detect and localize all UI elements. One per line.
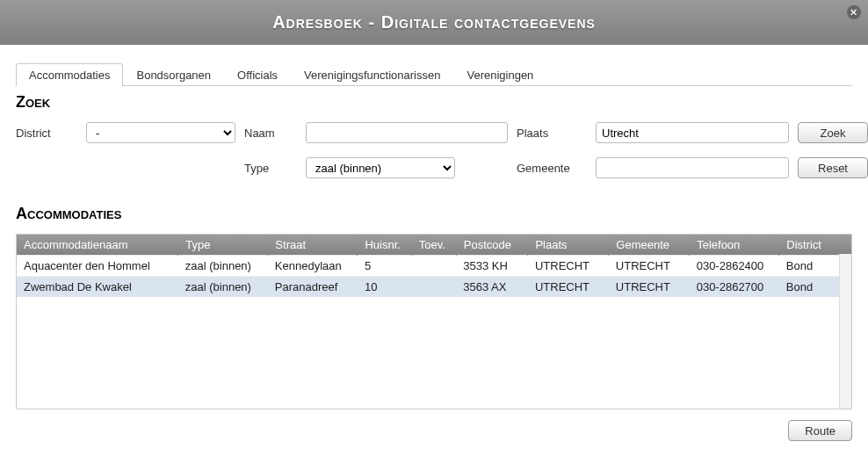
type-select[interactable]: zaal (binnen)	[306, 157, 455, 178]
reset-button[interactable]: Reset	[798, 157, 868, 178]
tabs-bar: AccommodatiesBondsorganenOfficialsVereni…	[16, 62, 852, 86]
column-header[interactable]: Plaats	[528, 235, 609, 256]
column-header[interactable]: Huisnr.	[358, 235, 411, 256]
tab-accommodaties[interactable]: Accommodaties	[16, 63, 123, 86]
table-cell	[411, 277, 456, 298]
table-cell: 3563 AX	[456, 277, 528, 298]
results-heading: Accommodaties	[16, 205, 852, 223]
table-cell: 3533 KH	[456, 256, 528, 277]
table-cell: Paranadreef	[268, 277, 358, 298]
column-header[interactable]: District	[779, 235, 851, 256]
scrollbar[interactable]	[839, 254, 851, 409]
table-cell: 10	[358, 277, 411, 298]
type-label: Type	[244, 162, 297, 175]
column-header[interactable]: Gemeente	[609, 235, 690, 256]
tab-officials[interactable]: Officials	[224, 63, 291, 86]
column-header[interactable]: Accommodatienaam	[17, 235, 178, 256]
search-heading: Zoek	[16, 93, 852, 112]
table-row[interactable]: Zwembad De Kwakelzaal (binnen)Paranadree…	[17, 277, 851, 298]
table-cell: UTRECHT	[609, 277, 690, 298]
window-title: Adresboek - Digitale contactgegevens	[272, 12, 596, 32]
column-header[interactable]: Type	[178, 235, 268, 256]
column-header[interactable]: Straat	[268, 235, 358, 256]
results-table: AccommodatienaamTypeStraatHuisnr.Toev.Po…	[17, 235, 851, 297]
naam-input[interactable]	[306, 122, 508, 143]
table-cell	[411, 256, 456, 277]
column-header[interactable]: Toev.	[411, 235, 456, 256]
tab-verenigingsfunctionarissen[interactable]: Verenigingsfunctionarissen	[291, 63, 453, 86]
table-cell: UTRECHT	[528, 256, 609, 277]
district-label: District	[16, 127, 77, 140]
tab-verenigingen[interactable]: Verenigingen	[453, 63, 546, 86]
results-table-wrap: AccommodatienaamTypeStraatHuisnr.Toev.Po…	[16, 234, 852, 409]
close-icon[interactable]: ✕	[847, 5, 861, 19]
column-header[interactable]: Telefoon	[690, 235, 779, 256]
table-cell: zaal (binnen)	[178, 256, 268, 277]
gemeente-input[interactable]	[596, 157, 789, 178]
district-select[interactable]: -	[86, 122, 235, 143]
table-cell: zaal (binnen)	[178, 277, 268, 298]
search-form: District - Naam Plaats Zoek Type zaal (b…	[16, 122, 852, 178]
table-cell: UTRECHT	[609, 256, 690, 277]
table-cell: 030-2862700	[690, 277, 779, 298]
zoek-button[interactable]: Zoek	[798, 122, 868, 143]
table-cell: 030-2862400	[690, 256, 779, 277]
table-cell: Zwembad De Kwakel	[17, 277, 178, 298]
table-cell: UTRECHT	[528, 277, 609, 298]
window-titlebar: Adresboek - Digitale contactgegevens ✕	[0, 0, 868, 45]
plaats-input[interactable]	[596, 122, 789, 143]
column-header[interactable]: Postcode	[456, 235, 528, 256]
table-cell: Kennedylaan	[268, 256, 358, 277]
plaats-label: Plaats	[517, 127, 587, 140]
naam-label: Naam	[244, 127, 297, 140]
tab-bondsorganen[interactable]: Bondsorganen	[123, 63, 224, 86]
route-button[interactable]: Route	[788, 420, 852, 441]
gemeente-label: Gemeente	[517, 162, 587, 175]
table-cell: 5	[358, 256, 411, 277]
table-cell: Aquacenter den Hommel	[17, 256, 178, 277]
table-row[interactable]: Aquacenter den Hommelzaal (binnen)Kenned…	[17, 256, 851, 277]
